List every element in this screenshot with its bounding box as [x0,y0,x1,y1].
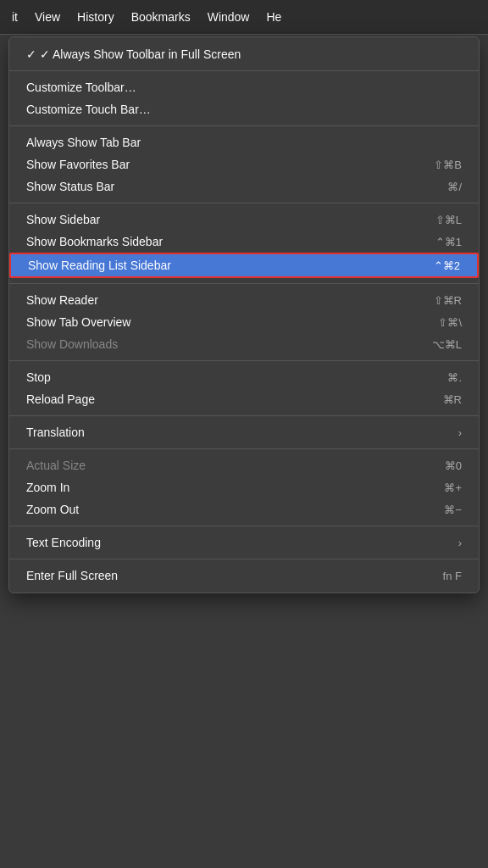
menu-divider-3 [9,203,479,203]
menu-divider-8 [9,526,479,526]
menu-section-3: Show Sidebar⇧⌘LShow Bookmarks Sidebar⌃⌘1… [9,207,479,280]
menu-item-arrow-text-encoding: › [458,537,462,549]
menu-item-label-show-reader: Show Reader [26,293,417,307]
menu-divider-2 [9,125,479,126]
menu-item-shortcut-show-favorites-bar: ⇧⌘B [434,159,462,171]
menu-bar: it View History Bookmarks Window He [0,0,488,35]
menu-item-shortcut-actual-size: ⌘0 [445,459,462,472]
menu-item-label-show-reading-list-sidebar: Show Reading List Sidebar [28,259,417,272]
menu-item-reload-page[interactable]: Reload Page⌘R [9,388,479,410]
menu-divider-1 [9,70,479,71]
menu-item-show-favorites-bar[interactable]: Show Favorites Bar⇧⌘B [9,153,479,175]
menu-item-shortcut-show-tab-overview: ⇧⌘\ [438,316,462,329]
menu-item-shortcut-reload-page: ⌘R [443,393,462,406]
menu-item-show-tab-overview[interactable]: Show Tab Overview⇧⌘\ [9,311,479,333]
menu-item-stop[interactable]: Stop⌘. [9,366,479,388]
menu-section-6: Translation› [9,420,479,445]
menu-item-customize-toolbar[interactable]: Customize Toolbar… [9,76,479,98]
menu-item-shortcut-show-status-bar: ⌘/ [447,181,462,193]
menu-item-actual-size[interactable]: Actual Size⌘0 [9,454,479,476]
menu-item-arrow-translation: › [458,426,462,439]
menu-divider-9 [9,559,479,559]
menu-section-8: Text Encoding› [9,530,479,555]
menu-item-show-reader[interactable]: Show Reader⇧⌘R [9,289,479,311]
menu-item-shortcut-show-reader: ⇧⌘R [434,294,462,307]
menu-item-always-show-tab-bar[interactable]: Always Show Tab Bar [9,131,479,153]
menu-item-show-status-bar[interactable]: Show Status Bar⌘/ [9,175,479,198]
menu-item-label-text-encoding: Text Encoding [26,536,450,549]
menu-item-label-show-bookmarks-sidebar: Show Bookmarks Sidebar [26,235,419,248]
menu-item-label-zoom-in: Zoom In [26,481,427,494]
menu-item-label-always-show-toolbar: ✓ Always Show Toolbar in Full Screen [26,47,462,61]
menu-item-always-show-toolbar[interactable]: ✓ Always Show Toolbar in Full Screen [9,43,479,65]
menu-item-shortcut-zoom-in: ⌘+ [444,481,462,494]
menu-item-text-encoding[interactable]: Text Encoding› [9,531,479,554]
menu-item-show-downloads[interactable]: Show Downloads⌥⌘L [9,333,479,355]
menu-item-label-actual-size: Actual Size [26,459,428,472]
menubar-item-window[interactable]: Window [199,7,258,27]
menu-item-zoom-out[interactable]: Zoom Out⌘− [9,498,479,520]
menu-item-customize-touch-bar[interactable]: Customize Touch Bar… [9,98,479,120]
menubar-item-it[interactable]: it [3,7,26,27]
menu-item-show-reading-list-sidebar[interactable]: Show Reading List Sidebar⌃⌘2 [9,253,479,278]
view-menu-dropdown: ✓ Always Show Toolbar in Full ScreenCust… [8,36,480,593]
menu-item-shortcut-show-downloads: ⌥⌘L [432,338,462,351]
menu-item-label-show-sidebar: Show Sidebar [26,213,419,226]
menu-item-shortcut-stop: ⌘. [447,371,462,384]
menu-section-1: Customize Toolbar…Customize Touch Bar… [9,75,479,122]
menu-divider-7 [9,448,479,449]
menu-item-label-customize-toolbar: Customize Toolbar… [26,81,462,94]
menu-item-show-sidebar[interactable]: Show Sidebar⇧⌘L [9,209,479,231]
menu-item-enter-full-screen[interactable]: Enter Full Screenfn F [9,565,479,587]
menu-item-label-stop: Stop [26,370,430,384]
menu-item-shortcut-show-bookmarks-sidebar: ⌃⌘1 [435,236,462,248]
menu-divider-6 [9,415,479,416]
menubar-item-bookmarks[interactable]: Bookmarks [123,7,199,27]
menu-section-2: Always Show Tab BarShow Favorites Bar⇧⌘B… [9,130,479,199]
menu-item-zoom-in[interactable]: Zoom In⌘+ [9,476,479,498]
menubar-item-he[interactable]: He [258,7,290,27]
menu-item-label-customize-touch-bar: Customize Touch Bar… [26,103,462,116]
menu-item-label-zoom-out: Zoom Out [26,503,427,516]
menu-item-label-enter-full-screen: Enter Full Screen [26,569,426,582]
menu-section-9: Enter Full Screenfn F [9,563,479,588]
menubar-item-view[interactable]: View [26,7,69,27]
menu-item-shortcut-show-reading-list-sidebar: ⌃⌘2 [434,259,460,272]
menu-item-shortcut-zoom-out: ⌘− [444,504,462,516]
menu-divider-5 [9,360,479,361]
menu-item-show-bookmarks-sidebar[interactable]: Show Bookmarks Sidebar⌃⌘1 [9,231,479,253]
menu-section-7: Actual Size⌘0Zoom In⌘+Zoom Out⌘− [9,453,479,522]
menu-section-5: Stop⌘.Reload Page⌘R [9,364,479,412]
menu-divider-4 [9,283,479,284]
menu-item-shortcut-enter-full-screen: fn F [443,570,462,582]
menu-item-label-show-favorites-bar: Show Favorites Bar [26,158,417,171]
menu-item-label-always-show-tab-bar: Always Show Tab Bar [26,136,462,149]
menu-item-shortcut-show-sidebar: ⇧⌘L [435,214,462,226]
menu-item-label-reload-page: Reload Page [26,392,426,406]
menu-item-label-translation: Translation [26,426,450,439]
menu-item-label-show-downloads: Show Downloads [26,337,415,351]
menu-item-label-show-tab-overview: Show Tab Overview [26,315,421,329]
menu-item-label-show-status-bar: Show Status Bar [26,180,430,193]
menu-item-translation[interactable]: Translation› [9,421,479,443]
menubar-item-history[interactable]: History [69,7,123,27]
menu-section-0: ✓ Always Show Toolbar in Full Screen [9,42,479,67]
menu-section-4: Show Reader⇧⌘RShow Tab Overview⇧⌘\Show D… [9,287,479,357]
